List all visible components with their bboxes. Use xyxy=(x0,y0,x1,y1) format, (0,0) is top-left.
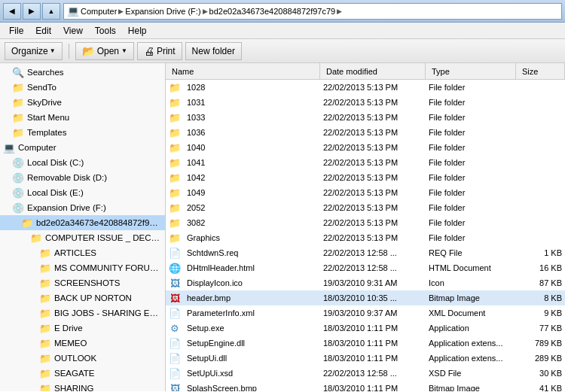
menu-tools[interactable]: Tools xyxy=(89,24,122,38)
file-date-15: 19/03/2010 9:37 AM xyxy=(320,305,426,321)
searches-icon: 🔍 xyxy=(12,66,24,78)
col-header-size[interactable]: Size xyxy=(516,63,565,79)
new-folder-button[interactable]: New folder xyxy=(185,42,242,60)
addr-arrow-1: ▶ xyxy=(118,8,124,15)
sidebar-label-computer-issue: COMPUTER ISSUE _ DEC 2012 xyxy=(45,233,162,242)
file-size-13: 87 KB xyxy=(516,275,565,290)
table-row[interactable]: 📁104122/02/2013 5:13 PMFile folder xyxy=(166,155,565,170)
sidebar-item-outlook[interactable]: 📁OUTLOOK xyxy=(0,351,165,366)
sharing-icon: 📁 xyxy=(39,382,51,391)
file-list[interactable]: 📁102822/02/2013 5:13 PMFile folder📁10312… xyxy=(166,80,565,391)
folder-icon: 📁 xyxy=(169,81,181,93)
file-type-6: File folder xyxy=(426,170,516,185)
sidebar-item-edrive[interactable]: 📁E Drive xyxy=(0,321,165,336)
sidebar-label-localdisk-c: Local Disk (C:) xyxy=(27,158,84,167)
expansion-f-icon: 💿 xyxy=(12,202,24,214)
toolbar-sep-1 xyxy=(69,44,69,59)
main-layout: 🔍Searches📁SendTo📁SkyDrive📁Start Menu📁Tem… xyxy=(0,63,565,391)
file-date-16: 18/03/2010 1:11 PM xyxy=(320,321,426,336)
sidebar-item-localdisk-c[interactable]: 💿Local Disk (C:) xyxy=(0,155,165,170)
file-name-3: 📁1036 xyxy=(166,125,320,140)
sidebar-item-sendto[interactable]: 📁SendTo xyxy=(0,80,165,95)
addr-folder[interactable]: bd2e02a34673e420884872f97c79 xyxy=(209,7,336,16)
table-row[interactable]: 📁102822/02/2013 5:13 PMFile folder xyxy=(166,80,565,95)
back-button[interactable]: ◀ xyxy=(3,3,21,20)
table-row[interactable]: 🌐DHtmlHeader.html22/02/2013 12:58 ...HTM… xyxy=(166,260,565,275)
dll-icon: 📄 xyxy=(169,337,181,349)
open-button[interactable]: 📂 Open ▼ xyxy=(75,42,134,60)
table-row[interactable]: 📄SchtdwnS.req22/02/2013 12:58 ...REQ Fil… xyxy=(166,245,565,260)
table-row[interactable]: 📁104022/02/2013 5:13 PMFile folder xyxy=(166,140,565,155)
table-row[interactable]: 📁103122/02/2013 5:13 PMFile folder xyxy=(166,95,565,110)
menu-view[interactable]: View xyxy=(57,24,89,38)
sidebar-label-expansion-f: Expansion Drive (F:) xyxy=(27,203,106,212)
file-name-2: 📁1033 xyxy=(166,110,320,125)
sidebar-item-ms-community[interactable]: 📁MS COMMUNITY FORUMS QUESTIONS xyxy=(0,260,165,275)
menu-help[interactable]: Help xyxy=(122,24,153,38)
backup-norton-icon: 📁 xyxy=(39,292,51,304)
sidebar-item-removable-d[interactable]: 💿Removable Disk (D:) xyxy=(0,170,165,185)
sidebar-item-expansion-f[interactable]: 💿Expansion Drive (F:) xyxy=(0,200,165,215)
file-date-18: 18/03/2010 1:11 PM xyxy=(320,351,426,366)
table-row[interactable]: 📁308222/02/2013 5:13 PMFile folder xyxy=(166,215,565,230)
sidebar-item-memeo[interactable]: 📁MEMEO xyxy=(0,336,165,351)
sidebar-label-screenshots: SCREENSHOTS xyxy=(54,278,121,287)
table-row[interactable]: 📁104922/02/2013 5:13 PMFile folder xyxy=(166,185,565,200)
sidebar-item-bigjobs[interactable]: 📁BIG JOBS - SHARING EXAMPLE - SKYDR xyxy=(0,305,165,321)
addr-expansion[interactable]: Expansion Drive (F:) xyxy=(125,7,200,16)
file-name-15: 📄ParameterInfo.xml xyxy=(166,305,320,321)
table-row[interactable]: 🖼header.bmp18/03/2010 10:35 ...Bitmap Im… xyxy=(166,290,565,305)
file-size-15: 9 KB xyxy=(516,305,565,321)
col-header-name[interactable]: Name xyxy=(166,63,320,79)
sidebar-item-sharing[interactable]: 📁SHARING xyxy=(0,381,165,391)
table-row[interactable]: 📁205222/02/2013 5:13 PMFile folder xyxy=(166,200,565,215)
table-row[interactable]: 📄SetupUi.dll18/03/2010 1:11 PMApplicatio… xyxy=(166,351,565,366)
sidebar-item-seagate[interactable]: 📁SEAGATE xyxy=(0,366,165,381)
menu-file[interactable]: File xyxy=(3,24,29,38)
table-row[interactable]: 📄SetUpUi.xsd22/02/2013 12:58 ...XSD File… xyxy=(166,366,565,381)
forward-button[interactable]: ▶ xyxy=(23,3,41,20)
sidebar-item-backup-norton[interactable]: 📁BACK UP NORTON xyxy=(0,290,165,305)
col-header-type[interactable]: Type xyxy=(426,63,516,79)
sidebar-item-startmenu[interactable]: 📁Start Menu xyxy=(0,110,165,125)
col-header-date[interactable]: Date modified xyxy=(320,63,426,79)
sidebar-item-searches[interactable]: 🔍Searches xyxy=(0,65,165,80)
addr-computer[interactable]: 💻 Computer xyxy=(67,5,117,17)
req-icon: 📄 xyxy=(169,247,181,259)
address-bar[interactable]: 💻 Computer ▶ Expansion Drive (F:) ▶ bd2e… xyxy=(63,3,562,20)
folder-icon: 📁 xyxy=(169,187,181,199)
file-name-1: 📁1031 xyxy=(166,95,320,110)
sidebar-item-computer[interactable]: 💻Computer xyxy=(0,140,165,155)
print-button[interactable]: 🖨 Print xyxy=(137,42,182,60)
sidebar-item-templates[interactable]: 📁Templates xyxy=(0,125,165,140)
templates-icon: 📁 xyxy=(12,126,24,138)
table-row[interactable]: 📁103322/02/2013 5:13 PMFile folder xyxy=(166,110,565,125)
file-name-14: 🖼header.bmp xyxy=(166,290,320,305)
table-row[interactable]: ⚙Setup.exe18/03/2010 1:11 PMApplication7… xyxy=(166,321,565,336)
sidebar-item-articles[interactable]: 📁ARTICLES xyxy=(0,245,165,260)
file-size-1 xyxy=(516,95,565,110)
table-row[interactable]: 📁Graphics22/02/2013 5:13 PMFile folder xyxy=(166,230,565,245)
memeo-icon: 📁 xyxy=(39,337,51,349)
ico-icon: 🖼 xyxy=(169,277,181,289)
sidebar-item-bd2e[interactable]: 📁bd2e02a34673e420884872f97c79 xyxy=(0,215,165,230)
exe-icon: ⚙ xyxy=(169,322,181,334)
organize-button[interactable]: Organize ▼ xyxy=(5,42,63,60)
xsd-icon: 📄 xyxy=(169,367,181,379)
sidebar-label-sharing: SHARING xyxy=(54,384,93,391)
table-row[interactable]: 🖼SplashScreen.bmp18/03/2010 1:11 PMBitma… xyxy=(166,381,565,391)
sidebar-item-computer-issue[interactable]: 📁COMPUTER ISSUE _ DEC 2012 xyxy=(0,230,165,245)
file-name-10: 📁Graphics xyxy=(166,230,320,245)
table-row[interactable]: 📁103622/02/2013 5:13 PMFile folder xyxy=(166,125,565,140)
table-row[interactable]: 🖼DisplayIcon.ico19/03/2010 9:31 AMIcon87… xyxy=(166,275,565,290)
table-row[interactable]: 📄ParameterInfo.xml19/03/2010 9:37 AMXML … xyxy=(166,305,565,321)
table-row[interactable]: 📁104222/02/2013 5:13 PMFile folder xyxy=(166,170,565,185)
table-row[interactable]: 📄SetupEngine.dll18/03/2010 1:11 PMApplic… xyxy=(166,336,565,351)
up-button[interactable]: ▲ xyxy=(42,3,60,20)
file-name-7: 📁1049 xyxy=(166,185,320,200)
sidebar-item-skydrive[interactable]: 📁SkyDrive xyxy=(0,95,165,110)
menu-edit[interactable]: Edit xyxy=(29,24,57,38)
toolbar: Organize ▼ 📂 Open ▼ 🖨 Print New folder xyxy=(0,39,565,63)
sidebar-item-screenshots[interactable]: 📁SCREENSHOTS xyxy=(0,275,165,290)
sidebar-item-localdisk-e[interactable]: 💿Local Disk (E:) xyxy=(0,185,165,200)
